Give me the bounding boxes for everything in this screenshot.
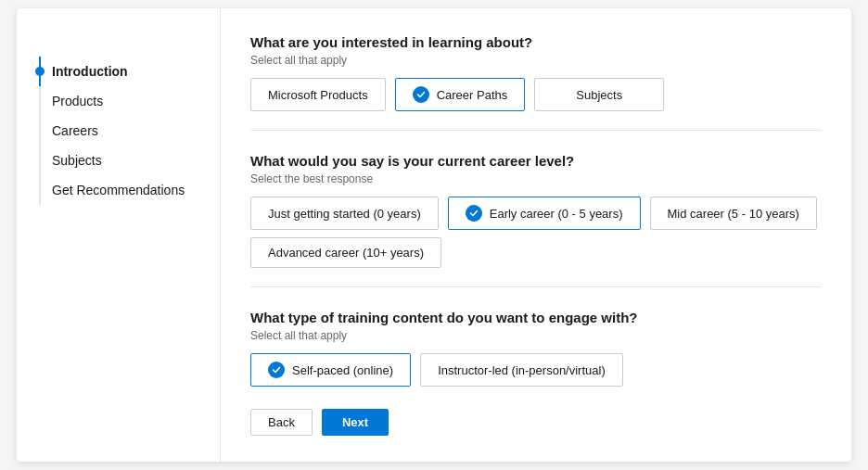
main-content: What are you interested in learning abou…: [221, 8, 851, 462]
section-subtitle-interests: Select all that apply: [250, 54, 822, 67]
nav-item-label: Get Recommendations: [52, 183, 185, 197]
options-row-training-content: Self-paced (online)Instructor-led (in-pe…: [250, 353, 822, 387]
nav-item-label: Subjects: [52, 153, 102, 168]
option-label: Subjects: [576, 88, 622, 102]
section-title-career-level: What would you say is your current caree…: [250, 153, 822, 169]
option-microsoft-products[interactable]: Microsoft Products: [250, 78, 386, 111]
nav-item-label: Introduction: [52, 64, 128, 79]
option-label: Career Paths: [437, 88, 508, 102]
option-label: Microsoft Products: [268, 88, 368, 102]
section-divider: [250, 286, 822, 287]
sidebar-item-get-recommendations[interactable]: Get Recommendations: [39, 175, 198, 205]
option-self-paced[interactable]: Self-paced (online): [250, 353, 411, 387]
sidebar-item-introduction[interactable]: Introduction: [39, 57, 198, 86]
option-instructor-led[interactable]: Instructor-led (in-person/virtual): [420, 353, 623, 387]
option-mid-career[interactable]: Mid career (5 - 10 years): [650, 197, 817, 230]
options-row-1-career-level: Just getting started (0 years) Early car…: [250, 197, 822, 230]
section-subtitle-training-content: Select all that apply: [250, 329, 822, 342]
option-career-paths[interactable]: Career Paths: [395, 78, 526, 111]
nav-list: IntroductionProductsCareersSubjectsGet R…: [39, 57, 198, 205]
sidebar: IntroductionProductsCareersSubjectsGet R…: [17, 8, 221, 462]
section-title-training-content: What type of training content do you wan…: [250, 310, 822, 325]
back-button[interactable]: Back: [250, 409, 313, 436]
nav-item-label: Careers: [52, 123, 98, 138]
footer-buttons: BackNext: [250, 409, 822, 436]
option-label: Early career (0 - 5 years): [490, 207, 623, 221]
option-label: Mid career (5 - 10 years): [668, 207, 799, 221]
options-row-2-career-level: Advanced career (10+ years): [250, 237, 822, 268]
section-career-level: What would you say is your current caree…: [250, 153, 822, 287]
option-advanced-career[interactable]: Advanced career (10+ years): [250, 237, 441, 268]
sidebar-item-careers[interactable]: Careers: [39, 116, 198, 146]
section-title-interests: What are you interested in learning abou…: [250, 34, 822, 50]
option-just-getting-started[interactable]: Just getting started (0 years): [250, 197, 439, 230]
section-divider: [250, 130, 822, 131]
sidebar-item-subjects[interactable]: Subjects: [39, 146, 198, 175]
option-label: Just getting started (0 years): [268, 207, 421, 221]
sidebar-item-products[interactable]: Products: [39, 86, 198, 116]
check-icon: [413, 86, 429, 103]
nav-item-label: Products: [52, 94, 103, 108]
option-early-career[interactable]: Early career (0 - 5 years): [448, 197, 641, 230]
section-interests: What are you interested in learning abou…: [250, 34, 822, 131]
active-dot-icon: [35, 67, 45, 76]
main-container: IntroductionProductsCareersSubjectsGet R…: [17, 8, 851, 462]
option-subjects[interactable]: Subjects: [534, 78, 664, 111]
option-label: Self-paced (online): [292, 363, 393, 377]
next-button[interactable]: Next: [322, 409, 389, 436]
options-row-interests: Microsoft Products Career PathsSubjects: [250, 78, 822, 111]
check-icon: [268, 362, 285, 378]
option-label: Instructor-led (in-person/virtual): [438, 363, 606, 377]
option-label: Advanced career (10+ years): [268, 246, 424, 260]
section-subtitle-career-level: Select the best response: [250, 172, 822, 185]
section-training-content: What type of training content do you wan…: [250, 310, 822, 387]
check-icon: [466, 205, 482, 222]
